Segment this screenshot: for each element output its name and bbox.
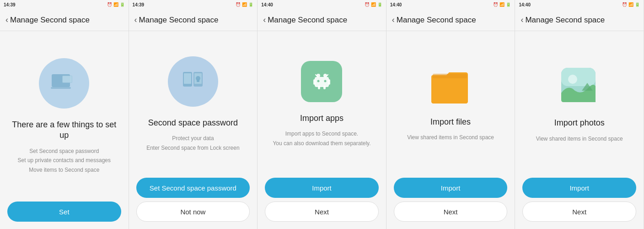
- time-5: 14:40: [519, 2, 531, 7]
- svg-rect-21: [431, 78, 468, 104]
- status-bar-2: 14:39 ⏰ 📶 🔋: [129, 0, 258, 9]
- svg-point-14: [324, 80, 326, 82]
- back-chevron-icon-5: ‹: [521, 15, 523, 25]
- content-5: Import photos View shared items in Secon…: [515, 31, 644, 178]
- primary-button-2[interactable]: Set Second space password: [136, 178, 250, 198]
- alarm-icon-3: ⏰: [365, 2, 370, 7]
- wifi-icon-2: 📶: [242, 2, 247, 7]
- main-title-4: Import files: [430, 117, 471, 127]
- content-1: There are a few things to set up Set Sec…: [0, 31, 129, 202]
- page-title-4: Manage Second space: [397, 16, 476, 25]
- main-title-2: Second space password: [148, 118, 238, 128]
- sub-text-3: Import apps to Second space. You can als…: [273, 129, 370, 148]
- bottom-actions-3: Import Next: [258, 178, 386, 229]
- svg-rect-18: [328, 79, 330, 85]
- alarm-icon: ⏰: [107, 2, 112, 7]
- back-chevron-icon-4: ‹: [392, 15, 395, 25]
- svg-rect-17: [313, 79, 316, 85]
- status-bar-3: 14:40 ⏰ 📶 🔋: [258, 0, 386, 9]
- status-bar-5: 14:40 ⏰ 📶 🔋: [515, 0, 644, 9]
- secondary-button-4[interactable]: Next: [394, 202, 508, 222]
- primary-button-3[interactable]: Import: [265, 178, 379, 198]
- primary-button-4[interactable]: Import: [394, 178, 508, 198]
- sub-text-2: Protect your data Enter Second space fro…: [146, 134, 239, 153]
- back-chevron-icon-1: ‹: [5, 15, 8, 25]
- svg-rect-9: [197, 79, 199, 82]
- back-button-5[interactable]: ‹ Manage Second space: [521, 16, 605, 25]
- primary-button-1[interactable]: Set: [7, 202, 121, 222]
- main-title-3: Import apps: [300, 113, 343, 124]
- screen-3: 14:40 ⏰ 📶 🔋 ‹ Manage Second space: [258, 0, 386, 229]
- svg-rect-5: [184, 73, 191, 84]
- alarm-icon-4: ⏰: [493, 2, 498, 7]
- screen-4: 14:40 ⏰ 📶 🔋 ‹ Manage Second space Import…: [386, 0, 515, 229]
- svg-rect-20: [323, 86, 326, 89]
- screen-5: 14:40 ⏰ 📶 🔋 ‹ Manage Second space: [515, 0, 644, 229]
- bottom-actions-4: Import Next: [386, 178, 515, 229]
- svg-rect-22: [433, 74, 467, 78]
- svg-rect-19: [318, 86, 320, 89]
- back-button-2[interactable]: ‹ Manage Second space: [134, 16, 219, 25]
- svg-rect-12: [315, 77, 329, 87]
- top-bar-2: ‹ Manage Second space: [129, 9, 258, 31]
- back-button-3[interactable]: ‹ Manage Second space: [263, 16, 347, 25]
- sub-text-4: View shared items in Second space: [407, 133, 494, 142]
- alarm-icon-2: ⏰: [236, 2, 241, 7]
- wifi-icon-4: 📶: [499, 2, 504, 7]
- sub-text-5: View shared items in Second space: [536, 134, 623, 143]
- battery-icon-3: 🔋: [377, 2, 382, 7]
- illustration-1: [39, 58, 89, 109]
- battery-icon: 🔋: [120, 2, 125, 7]
- time-3: 14:40: [261, 2, 273, 7]
- battery-icon-5: 🔋: [635, 2, 640, 7]
- content-3: Import apps Import apps to Second space.…: [258, 31, 386, 178]
- bottom-actions-2: Set Second space password Not now: [129, 178, 258, 229]
- android-icon-wrap: [301, 61, 342, 102]
- page-title-1: Manage Second space: [10, 16, 90, 25]
- top-bar-4: ‹ Manage Second space: [386, 9, 515, 31]
- page-title-3: Manage Second space: [268, 16, 347, 25]
- bottom-actions-5: Import Next: [515, 178, 644, 229]
- wifi-icon: 📶: [113, 2, 118, 7]
- main-title-1: There are a few things to set up: [7, 120, 121, 141]
- svg-point-13: [317, 80, 319, 82]
- illustration-2: [168, 56, 218, 107]
- wifi-icon-5: 📶: [628, 2, 633, 7]
- content-4: Import files View shared items in Second…: [386, 31, 515, 178]
- status-icons-2: ⏰ 📶 🔋: [236, 2, 253, 7]
- time-4: 14:40: [390, 2, 402, 7]
- back-button-4[interactable]: ‹ Manage Second space: [392, 16, 476, 25]
- folder-icon-wrap: [429, 67, 472, 106]
- sub-text-1: Set Second space password Set up private…: [18, 147, 111, 174]
- secondary-button-3[interactable]: Next: [265, 202, 379, 222]
- battery-icon-2: 🔋: [248, 2, 253, 7]
- page-title-2: Manage Second space: [139, 16, 219, 25]
- wifi-icon-3: 📶: [371, 2, 376, 7]
- status-bar-1: 14:39 ⏰ 📶 🔋: [0, 0, 129, 9]
- back-chevron-icon-3: ‹: [263, 15, 266, 25]
- status-icons-4: ⏰ 📶 🔋: [493, 2, 511, 7]
- svg-rect-3: [63, 76, 72, 82]
- bottom-actions-1: Set: [0, 202, 129, 229]
- main-title-5: Import photos: [554, 118, 605, 128]
- secondary-button-2[interactable]: Not now: [136, 202, 250, 222]
- top-bar-5: ‹ Manage Second space: [515, 9, 644, 31]
- status-bar-4: 14:40 ⏰ 📶 🔋: [386, 0, 515, 9]
- time-1: 14:39: [4, 2, 16, 7]
- back-button-1[interactable]: ‹ Manage Second space: [5, 16, 90, 25]
- primary-button-5[interactable]: Import: [522, 178, 636, 198]
- svg-rect-1: [51, 87, 71, 89]
- back-chevron-icon-2: ‹: [134, 15, 137, 25]
- photo-icon-wrap: [559, 65, 600, 107]
- status-icons-1: ⏰ 📶 🔋: [107, 2, 125, 7]
- secondary-button-5[interactable]: Next: [522, 202, 636, 222]
- top-bar-1: ‹ Manage Second space: [0, 9, 129, 31]
- status-icons-3: ⏰ 📶 🔋: [365, 2, 382, 7]
- svg-rect-24: [561, 68, 596, 86]
- top-bar-3: ‹ Manage Second space: [258, 9, 386, 31]
- screen-2: 14:39 ⏰ 📶 🔋 ‹ Manage Second space Second…: [129, 0, 258, 229]
- battery-icon-4: 🔋: [506, 2, 511, 7]
- screen-1: 14:39 ⏰ 📶 🔋 ‹ Manage Second space There …: [0, 0, 129, 229]
- time-2: 14:39: [133, 2, 145, 7]
- alarm-icon-5: ⏰: [622, 2, 627, 7]
